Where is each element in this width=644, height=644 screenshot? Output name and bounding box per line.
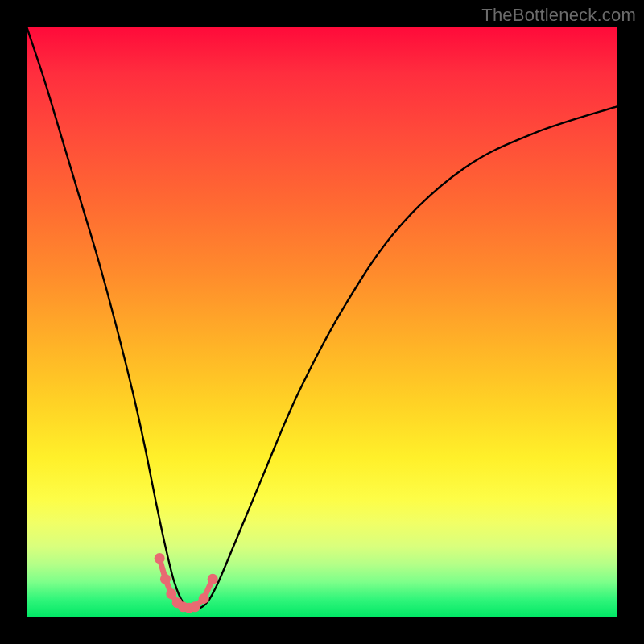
marker-dot <box>160 574 171 584</box>
marker-dot <box>166 588 176 599</box>
watermark: TheBottleneck.com <box>481 5 636 26</box>
marker-dot <box>190 601 200 612</box>
marker-dot <box>155 553 165 564</box>
curve-line <box>27 27 617 609</box>
marker-dot <box>208 574 218 584</box>
plot-area <box>27 27 617 617</box>
bottleneck-curve <box>27 27 617 617</box>
chart-frame: TheBottleneck.com <box>0 0 644 644</box>
marker-dot <box>199 593 209 604</box>
